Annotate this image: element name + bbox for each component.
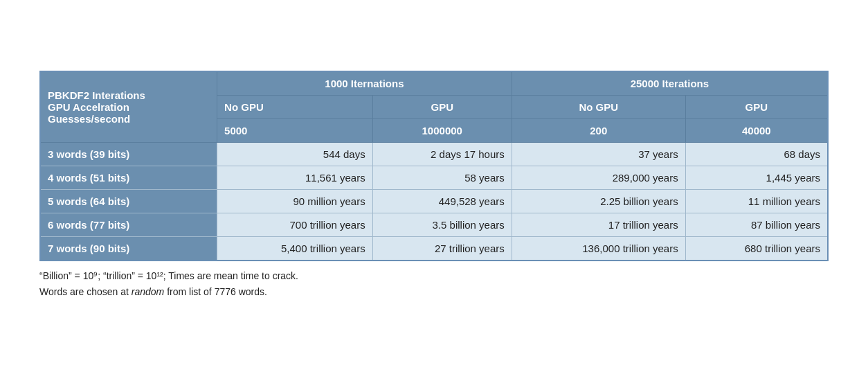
table-row: 4 words (51 bits)11,561 years58 years289… [40,166,828,190]
subheader-no-gpu-1: No GPU [217,96,373,119]
row-label: 3 words (39 bits) [40,143,217,166]
table-row: 3 words (39 bits)544 days2 days 17 hours… [40,143,828,166]
row-value: 90 million years [217,190,373,213]
row-value: 17 trillion years [512,213,685,237]
table-row: 6 words (77 bits)700 trillion years3.5 b… [40,213,828,237]
row-value: 27 trillion years [372,237,512,261]
row-value: 544 days [217,143,373,166]
row-value: 136,000 trillion years [512,237,685,261]
row-value: 3.5 billion years [372,213,512,237]
row-value: 37 years [512,143,685,166]
footnote: “Billion” = 10⁹; “trillion” = 10¹²; Time… [39,268,829,299]
subval-2: 1000000 [372,119,512,143]
subval-3: 200 [512,119,685,143]
subval-4: 40000 [685,119,828,143]
row-value: 5,400 trillion years [217,237,373,261]
row-value: 289,000 years [512,166,685,190]
row-value: 87 billion years [685,213,828,237]
row-value: 11,561 years [217,166,373,190]
gpu-accel-label: GPU Accelration [48,101,129,113]
row-value: 449,528 years [372,190,512,213]
group1-header: 1000 Iternations [217,71,512,96]
row-label: 4 words (51 bits) [40,166,217,190]
row-label: 7 words (90 bits) [40,237,217,261]
main-container: PBKDF2 Interations GPU Accelration Guess… [26,57,842,313]
row-value: 11 million years [685,190,828,213]
row-label: 6 words (77 bits) [40,213,217,237]
row-value: 1,445 years [685,166,828,190]
subheader-no-gpu-2: No GPU [512,96,685,119]
footnote-prefix: Words are chosen at [39,286,132,297]
comparison-table: PBKDF2 Interations GPU Accelration Guess… [39,71,829,261]
row-label: 5 words (64 bits) [40,190,217,213]
subheader-gpu-2: GPU [685,96,828,119]
pbkdf2-label: PBKDF2 Interations [48,89,145,101]
subheader-gpu-1: GPU [372,96,512,119]
col1-header: PBKDF2 Interations GPU Accelration Guess… [40,71,217,143]
table-row: 7 words (90 bits)5,400 trillion years27 … [40,237,828,261]
footnote-line1: “Billion” = 10⁹; “trillion” = 10¹²; Time… [39,268,829,283]
footnote-line2: Words are chosen at random from list of … [39,284,829,299]
group2-header: 25000 Iterations [512,71,828,96]
subval-1: 5000 [217,119,373,143]
row-value: 58 years [372,166,512,190]
footnote-suffix: from list of 7776 words. [164,286,267,297]
guesses-label: Guesses/second [48,113,130,125]
table-row: 5 words (64 bits)90 million years449,528… [40,190,828,213]
row-value: 68 days [685,143,828,166]
row-value: 2.25 billion years [512,190,685,213]
row-value: 700 trillion years [217,213,373,237]
row-value: 2 days 17 hours [372,143,512,166]
footnote-italic: random [132,286,164,297]
row-value: 680 trillion years [685,237,828,261]
